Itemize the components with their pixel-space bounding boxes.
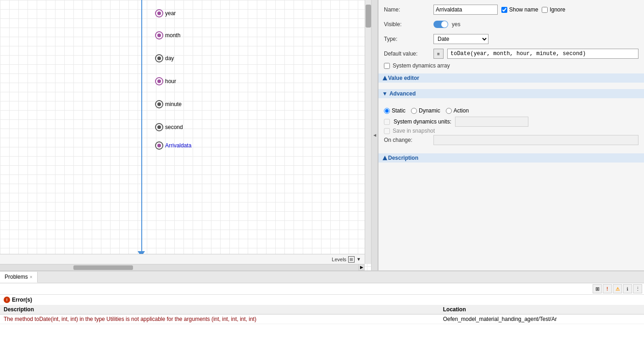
radio-action: Action	[446, 107, 469, 114]
problems-tab[interactable]: Problems ×	[0, 272, 38, 283]
canvas-right-scrollbar-thumb[interactable]	[366, 5, 371, 28]
sys-dyn-units-input[interactable]	[455, 117, 528, 127]
bottom-panel: Problems × ⊞ ! ⚠ ℹ ⋮ ! Error(s)	[0, 270, 644, 337]
value-editor-label: Value editor	[388, 75, 419, 81]
var-icon-month	[155, 31, 163, 39]
radio-dynamic-input[interactable]	[411, 108, 417, 114]
var-label-minute: minute	[165, 101, 182, 107]
radio-dynamic-label: Dynamic	[419, 107, 440, 114]
canvas-right-scrollbar[interactable]	[365, 0, 371, 264]
var-label-year: year	[165, 10, 176, 17]
radio-action-label: Action	[454, 107, 469, 114]
radio-dynamic: Dynamic	[411, 107, 440, 114]
variable-minute[interactable]: minute	[155, 100, 182, 108]
var-icon-minute	[155, 100, 163, 108]
top-area: yearmonthdayhourminutesecondArrivaldata …	[0, 0, 644, 270]
var-label-hour: hour	[165, 78, 176, 84]
default-value-row: Default value: ≡	[384, 48, 638, 60]
advanced-section-content: Static Dynamic Action	[384, 103, 638, 149]
visible-label: Visible:	[384, 21, 430, 28]
show-name-checkbox[interactable]	[501, 7, 507, 13]
levels-label: Levels	[332, 257, 346, 262]
show-name-group: Show name	[501, 6, 538, 13]
problems-tab-label: Problems	[5, 274, 28, 280]
toolbar-info-btn[interactable]: ℹ	[623, 284, 632, 293]
var-icon-hour	[155, 77, 163, 85]
toolbar-error-btn[interactable]: !	[603, 284, 612, 293]
variable-year[interactable]: year	[155, 9, 176, 17]
error-table: Description Location The method toDate(i…	[0, 305, 644, 324]
save-in-snapshot-checkbox[interactable]	[384, 128, 390, 134]
type-select[interactable]: DateIntegerDoubleBooleanString	[433, 34, 489, 44]
system-dynamics-array-checkbox[interactable]	[384, 63, 390, 69]
ignore-checkbox[interactable]	[542, 7, 548, 13]
toolbar-warning-btn[interactable]: ⚠	[613, 284, 622, 293]
value-editor-arrow: ▶	[381, 76, 388, 80]
canvas-scrollbar-thumb[interactable]	[73, 265, 133, 270]
bottom-toolbar: ⊞ ! ⚠ ℹ ⋮	[0, 283, 644, 295]
problems-tab-close[interactable]: ×	[30, 275, 33, 280]
right-panel: Name: Show name Ignore Visible:	[378, 0, 644, 270]
name-input[interactable]	[433, 5, 498, 15]
on-change-input[interactable]	[433, 135, 638, 145]
error-description: The method toDate(int, int, int) in the …	[0, 315, 439, 324]
radio-action-input[interactable]	[446, 108, 452, 114]
scroll-down-icon[interactable]: ▼	[356, 257, 361, 262]
default-value-input[interactable]	[447, 49, 638, 59]
canvas-scroll-right-btn[interactable]: ▶	[358, 264, 365, 270]
radio-static-label: Static	[392, 107, 405, 114]
var-label-month: month	[165, 32, 180, 39]
advanced-arrow: ▼	[382, 90, 388, 97]
sys-dyn-units-checkbox[interactable]	[384, 119, 390, 125]
save-in-snapshot-label: Save in snapshot	[393, 128, 435, 134]
ignore-group: Ignore	[542, 6, 565, 13]
system-dynamics-array-row: System dynamics array	[384, 62, 638, 69]
var-label-second: second	[165, 124, 183, 130]
collapse-bar[interactable]: ◀	[372, 0, 378, 270]
ignore-label: Ignore	[550, 6, 565, 13]
toolbar-filter-btn[interactable]: ⊞	[593, 284, 602, 293]
variable-month[interactable]: month	[155, 31, 180, 39]
toolbar-more-btn[interactable]: ⋮	[633, 284, 642, 293]
radio-static: Static	[384, 107, 405, 114]
save-in-snapshot-row: Save in snapshot	[384, 128, 638, 134]
toggle-knob	[441, 21, 448, 28]
levels-icon[interactable]: ⊞	[348, 256, 355, 263]
value-editor-section-header[interactable]: ▶ Value editor	[378, 73, 644, 83]
sys-dyn-units-row: System dynamics units:	[384, 116, 638, 128]
bottom-panel-tabs: Problems ×	[0, 271, 644, 283]
variable-second[interactable]: second	[155, 123, 183, 131]
on-change-row: On change:	[384, 134, 638, 146]
type-row: Type: DateIntegerDoubleBooleanString	[384, 33, 638, 45]
error-table-body: The method toDate(int, int, int) in the …	[0, 315, 644, 324]
radio-group: Static Dynamic Action	[384, 106, 638, 116]
var-icon-second	[155, 123, 163, 131]
variable-day[interactable]: day	[155, 54, 174, 62]
sys-dyn-units-label: System dynamics units:	[394, 118, 451, 125]
var-icon-year	[155, 9, 163, 17]
description-arrow: ▶	[381, 156, 388, 160]
canvas-bottom-bar: Levels ⊞ ▼	[0, 254, 365, 264]
canvas-scrollbar-h[interactable]	[0, 264, 365, 270]
bottom-panel-content: ! Error(s) Description Location The meth…	[0, 295, 644, 337]
variable-arrivaldata[interactable]: Arrivaldata	[155, 141, 191, 150]
description-label: Description	[388, 155, 418, 161]
system-dynamics-array-label: System dynamics array	[393, 62, 450, 69]
radio-static-input[interactable]	[384, 108, 390, 114]
advanced-section-header[interactable]: ▼ Advanced	[378, 89, 644, 98]
name-row: Name: Show name Ignore	[384, 4, 638, 16]
table-row[interactable]: The method toDate(int, int, int) in the …	[0, 315, 644, 324]
default-value-btn[interactable]: ≡	[433, 49, 444, 59]
error-count-label: Error(s)	[12, 297, 32, 303]
visible-row: Visible: yes	[384, 18, 638, 30]
visible-toggle[interactable]	[433, 21, 448, 28]
error-location: Oefen_model_material_handing_agent/Test/…	[439, 315, 644, 324]
variable-hour[interactable]: hour	[155, 77, 176, 85]
var-icon-day	[155, 54, 163, 62]
description-section-header[interactable]: ▶ Description	[378, 153, 644, 163]
visible-value: yes	[452, 21, 461, 28]
name-label: Name:	[384, 6, 430, 13]
type-label: Type:	[384, 36, 430, 42]
var-icon-arrivaldata	[155, 141, 163, 150]
on-change-label: On change:	[384, 137, 430, 143]
